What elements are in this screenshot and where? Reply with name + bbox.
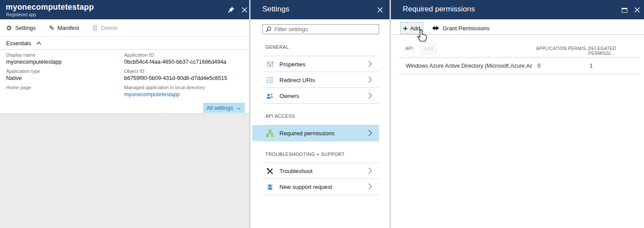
essentials-label: Essentials <box>6 40 31 47</box>
all-settings-button[interactable]: All settings → <box>203 103 245 113</box>
trash-icon <box>92 25 98 31</box>
support-icon <box>266 183 274 191</box>
grant-permissions-button[interactable]: Grant Permissions <box>432 23 490 33</box>
sidebar-item-new-support-request[interactable]: New support request <box>252 179 379 195</box>
close-icon[interactable] <box>632 5 642 14</box>
add-button-label: Add <box>410 25 420 32</box>
settings-blade: Settings GENERAL Properties Redirect URI… <box>250 0 390 228</box>
gear-icon: ⚙ <box>6 24 12 32</box>
plus-icon: + <box>403 25 408 32</box>
permissions-blade-title: Required permissions <box>403 5 475 14</box>
sidebar-item-required-permissions[interactable]: Required permissions <box>252 125 379 141</box>
app-blade-header: myonecomputetestapp Registered app <box>0 0 249 19</box>
sidebar-item-redirect-uris[interactable]: Redirect URIs <box>252 72 379 88</box>
cell-delegated-permissions: 1 <box>590 63 593 69</box>
section-heading-api-access: API ACCESS <box>265 113 295 119</box>
close-icon[interactable] <box>240 5 249 14</box>
field-application-id: Application ID 0bcb54c4-f4aa-4650-bb37-c… <box>124 52 245 65</box>
chevron-right-icon <box>368 167 372 174</box>
column-header-api: API <box>405 46 413 51</box>
org-chart-icon <box>266 130 274 137</box>
manifest-button[interactable]: ✎ Manifest <box>49 24 79 32</box>
app-toolbar: ⚙ Settings ✎ Manifest Delete <box>0 19 249 37</box>
sidebar-item-owners[interactable]: Owners <box>252 88 379 104</box>
maximize-icon[interactable] <box>619 5 629 15</box>
all-settings-label: All settings <box>207 105 233 111</box>
settings-button-label: Settings <box>15 25 36 31</box>
sidebar-item-troubleshoot[interactable]: Troubleshoot <box>252 163 379 179</box>
field-object-id: Object ID b6759f90-5b09-431d-90d8-d7dd4e… <box>124 69 245 82</box>
cell-api: Windows Azure Active Directory (Microsof… <box>406 63 532 69</box>
azure-portal: myonecomputetestapp Registered app ⚙ Set… <box>0 0 644 228</box>
field-managed-application: Managed application in local directory m… <box>124 85 245 98</box>
app-blade-empty-area <box>0 113 249 228</box>
app-blade: myonecomputetestapp Registered app ⚙ Set… <box>0 0 249 228</box>
settings-blade-header: Settings <box>250 0 390 19</box>
page-title: myonecomputetestapp <box>6 3 94 12</box>
cell-application-permissions: 0 <box>537 63 540 69</box>
page-subtitle: Registered app <box>6 12 36 17</box>
column-header-application-permissions: APPLICATION PERMIS... <box>536 46 590 51</box>
field-display-name: Display name myonecomputetestapp <box>6 52 118 65</box>
table-row[interactable]: Windows Azure Active Directory (Microsof… <box>399 58 639 74</box>
field-home-page: Home page <box>6 85 118 98</box>
pencil-icon: ✎ <box>49 24 54 32</box>
chevron-right-icon <box>368 76 372 83</box>
settings-blade-title: Settings <box>262 5 289 14</box>
permissions-blade: Required permissions + Add Grant Permiss… <box>391 0 644 228</box>
essentials-toggle[interactable]: Essentials <box>0 37 249 50</box>
chevron-right-icon <box>368 92 372 99</box>
search-input[interactable] <box>274 26 376 33</box>
section-heading-general: GENERAL <box>265 44 289 50</box>
manifest-button-label: Manifest <box>57 25 79 31</box>
sidebar-item-properties[interactable]: Properties <box>252 56 379 72</box>
settings-button[interactable]: ⚙ Settings <box>6 24 36 32</box>
close-icon[interactable] <box>375 5 385 14</box>
chevron-right-icon <box>368 130 372 136</box>
add-tooltip: Add <box>420 43 436 54</box>
essentials-left-column: Display name myonecomputetestapp Applica… <box>6 52 118 101</box>
managed-app-link[interactable]: myonecomputetestapp <box>124 91 245 98</box>
grant-permissions-icon <box>432 25 439 31</box>
field-application-type: Application type Native <box>6 69 118 82</box>
permissions-toolbar: + Add Grant Permissions <box>391 19 644 35</box>
search-icon <box>265 26 272 33</box>
column-header-delegated-permissions: DELEGATED PERMISSI... <box>588 46 644 56</box>
section-heading-troubleshooting: TROUBLESHOOTING + SUPPORT <box>265 152 345 157</box>
essentials-right-column: Application ID 0bcb54c4-f4aa-4650-bb37-c… <box>124 52 245 101</box>
delete-button[interactable]: Delete <box>92 25 118 31</box>
chevron-up-icon <box>36 42 41 45</box>
tools-icon <box>266 167 274 175</box>
chevron-right-icon <box>368 183 372 190</box>
pin-icon[interactable] <box>226 5 236 14</box>
chevron-right-icon <box>368 61 372 67</box>
checklist-icon <box>266 76 274 84</box>
people-icon <box>266 92 274 100</box>
add-button[interactable]: + Add <box>400 22 423 34</box>
grant-permissions-label: Grant Permissions <box>443 25 490 32</box>
filter-settings-search[interactable] <box>262 24 379 34</box>
permissions-blade-header: Required permissions <box>391 0 644 19</box>
sliders-icon <box>266 61 274 68</box>
arrow-right-icon: → <box>236 105 241 111</box>
delete-button-label: Delete <box>101 25 118 31</box>
